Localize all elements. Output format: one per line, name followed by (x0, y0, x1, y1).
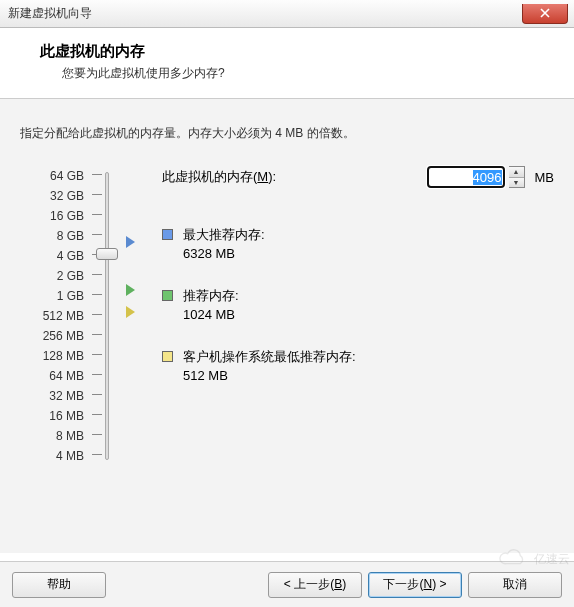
scale-label: 1 GB (20, 286, 84, 306)
scale-label: 512 MB (20, 306, 84, 326)
memory-scale-labels: 64 GB32 GB16 GB8 GB4 GB2 GB1 GB512 MB256… (20, 166, 92, 466)
wizard-header: 此虚拟机的内存 您要为此虚拟机使用多少内存? (0, 28, 574, 99)
page-title: 此虚拟机的内存 (40, 42, 550, 61)
current-marker-icon (126, 306, 135, 318)
scale-tick (92, 174, 102, 175)
scale-label: 8 MB (20, 426, 84, 446)
slider-track (105, 172, 109, 460)
next-button[interactable]: 下一步(N) > (368, 572, 462, 598)
description-text: 指定分配给此虚拟机的内存量。内存大小必须为 4 MB 的倍数。 (20, 125, 554, 142)
scale-label: 64 MB (20, 366, 84, 386)
page-subtitle: 您要为此虚拟机使用多少内存? (62, 65, 550, 82)
scale-tick (92, 274, 102, 275)
slider-thumb[interactable] (96, 248, 118, 260)
scale-tick (92, 234, 102, 235)
recommended-label: 推荐内存: (183, 287, 239, 305)
square-green-icon (162, 290, 173, 301)
spinner-down-icon[interactable]: ▼ (509, 178, 524, 188)
help-button[interactable]: 帮助 (12, 572, 106, 598)
scale-tick (92, 434, 102, 435)
recommended-marker-icon (126, 284, 135, 296)
memory-input-label: 此虚拟机的内存(M): (162, 168, 276, 186)
max-marker-icon (126, 236, 135, 248)
back-button[interactable]: < 上一步(B) (268, 572, 362, 598)
scale-label: 4 MB (20, 446, 84, 466)
memory-input[interactable] (427, 166, 505, 188)
scale-tick (92, 394, 102, 395)
scale-label: 64 GB (20, 166, 84, 186)
info-column: 此虚拟机的内存(M): ▲ ▼ MB 最大推荐内存: 6328 MB (144, 166, 554, 466)
scale-label: 32 GB (20, 186, 84, 206)
max-recommended-label: 最大推荐内存: (183, 226, 265, 244)
scale-label: 16 MB (20, 406, 84, 426)
scale-tick (92, 294, 102, 295)
content-area: 指定分配给此虚拟机的内存量。内存大小必须为 4 MB 的倍数。 64 GB32 … (0, 99, 574, 553)
scale-tick (92, 334, 102, 335)
scale-tick (92, 314, 102, 315)
min-recommended-row: 客户机操作系统最低推荐内存: 512 MB (162, 348, 554, 383)
titlebar: 新建虚拟机向导 (0, 0, 574, 28)
scale-tick (92, 454, 102, 455)
window-title: 新建虚拟机向导 (8, 5, 92, 22)
scale-label: 128 MB (20, 346, 84, 366)
spinner-up-icon[interactable]: ▲ (509, 167, 524, 178)
memory-spinner[interactable]: ▲ ▼ (509, 166, 525, 188)
min-recommended-value: 512 MB (183, 368, 356, 383)
memory-unit: MB (535, 170, 555, 185)
scale-label: 2 GB (20, 266, 84, 286)
max-recommended-value: 6328 MB (183, 246, 265, 261)
scale-tick (92, 414, 102, 415)
max-recommended-row: 最大推荐内存: 6328 MB (162, 226, 554, 261)
recommended-row: 推荐内存: 1024 MB (162, 287, 554, 322)
scale-tick (92, 374, 102, 375)
scale-label: 4 GB (20, 246, 84, 266)
min-recommended-label: 客户机操作系统最低推荐内存: (183, 348, 356, 366)
scale-label: 32 MB (20, 386, 84, 406)
square-yellow-icon (162, 351, 173, 362)
close-icon (540, 8, 550, 18)
square-blue-icon (162, 229, 173, 240)
memory-slider[interactable] (92, 166, 126, 466)
scale-label: 256 MB (20, 326, 84, 346)
cancel-button[interactable]: 取消 (468, 572, 562, 598)
scale-tick (92, 214, 102, 215)
scale-tick (92, 354, 102, 355)
close-button[interactable] (522, 4, 568, 24)
scale-label: 8 GB (20, 226, 84, 246)
footer-buttons: 帮助 < 上一步(B) 下一步(N) > 取消 (0, 561, 574, 607)
scale-label: 16 GB (20, 206, 84, 226)
recommended-value: 1024 MB (183, 307, 239, 322)
scale-tick (92, 194, 102, 195)
